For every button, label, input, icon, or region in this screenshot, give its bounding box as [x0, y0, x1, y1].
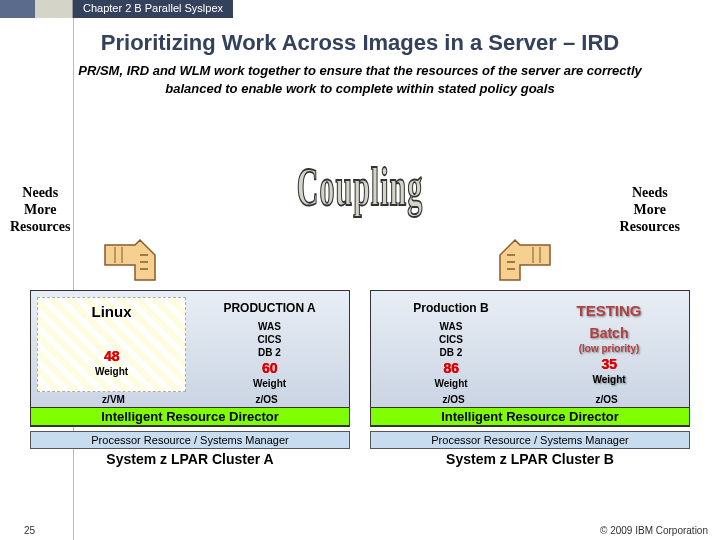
cluster-a-name: System z LPAR Cluster A — [30, 451, 350, 467]
lpar-prod-b-weight: 86 — [379, 359, 523, 377]
lpar-testing-sub: Batch — [537, 324, 681, 342]
cluster-a-box: Linux 48 Weight PRODUCTION A WAS CICS DB… — [30, 290, 350, 427]
pointing-hand-right-icon — [485, 235, 555, 290]
lpar-prod-a: PRODUCTION A WAS CICS DB 2 60 Weight — [196, 297, 343, 392]
clusters-container: Linux 48 Weight PRODUCTION A WAS CICS DB… — [0, 290, 720, 467]
cluster-a: Linux 48 Weight PRODUCTION A WAS CICS DB… — [30, 290, 350, 467]
lpar-testing-note: (low priority) — [537, 342, 681, 355]
lpar-linux-weight-label: Weight — [40, 365, 183, 378]
lpar-linux-weight: 48 — [40, 347, 183, 365]
lpar-linux-name: Linux — [40, 302, 183, 322]
cluster-a-os-row: z/VM z/OS — [37, 394, 343, 405]
prsm-bar-a: Processor Resource / Systems Manager — [30, 431, 350, 449]
lpar-prod-a-name: PRODUCTION A — [198, 301, 341, 317]
header-accent-left — [0, 0, 35, 18]
page-subtitle: PR/SM, IRD and WLM work together to ensu… — [0, 62, 720, 98]
chapter-label: Chapter 2 B Parallel Syslpex — [73, 0, 233, 18]
page-number: 25 — [24, 525, 35, 536]
pointing-hand-left-icon — [100, 235, 170, 290]
cluster-b-os-row: z/OS z/OS — [377, 394, 683, 405]
header-bar: Chapter 2 B Parallel Syslpex — [0, 0, 720, 18]
page-title: Prioritizing Work Across Images in a Ser… — [0, 30, 720, 56]
lpar-linux: Linux 48 Weight — [37, 297, 186, 392]
cluster-a-lpars: Linux 48 Weight PRODUCTION A WAS CICS DB… — [37, 297, 343, 392]
ird-bar-b: Intelligent Resource Director — [371, 407, 689, 426]
ird-bar-a: Intelligent Resource Director — [31, 407, 349, 426]
header-spacer — [233, 0, 720, 18]
lpar-testing: TESTING Batch (low priority) 35 Weight — [535, 297, 683, 392]
needs-more-right: Needs More Resources — [620, 185, 680, 235]
lpar-prod-b-name: Production B — [379, 301, 523, 317]
cluster-b-box: Production B WAS CICS DB 2 86 Weight TES… — [370, 290, 690, 427]
os-zos-b2: z/OS — [530, 394, 683, 405]
cluster-b-name: System z LPAR Cluster B — [370, 451, 690, 467]
header-accent-mid — [35, 0, 73, 18]
os-zvm: z/VM — [37, 394, 190, 405]
lpar-prod-b-weight-label: Weight — [379, 377, 523, 390]
coupling-label: Coupling — [297, 156, 423, 217]
lpar-prod-a-weight-label: Weight — [198, 377, 341, 390]
lpar-testing-weight: 35 — [537, 355, 681, 373]
prsm-bar-b: Processor Resource / Systems Manager — [370, 431, 690, 449]
lpar-prod-b: Production B WAS CICS DB 2 86 Weight — [377, 297, 525, 392]
cluster-b-lpars: Production B WAS CICS DB 2 86 Weight TES… — [377, 297, 683, 392]
lpar-prod-a-weight: 60 — [198, 359, 341, 377]
lpar-testing-weight-label: Weight — [537, 373, 681, 386]
needs-more-left: Needs More Resources — [10, 185, 70, 235]
os-zos-b1: z/OS — [377, 394, 530, 405]
lpar-prod-b-apps: WAS CICS DB 2 — [379, 320, 523, 359]
cluster-b: Production B WAS CICS DB 2 86 Weight TES… — [370, 290, 690, 467]
copyright: © 2009 IBM Corporation — [600, 525, 708, 536]
lpar-prod-a-apps: WAS CICS DB 2 — [198, 320, 341, 359]
lpar-testing-name: TESTING — [537, 301, 681, 321]
os-zos-a: z/OS — [190, 394, 343, 405]
footer: 25 © 2009 IBM Corporation — [0, 525, 720, 536]
